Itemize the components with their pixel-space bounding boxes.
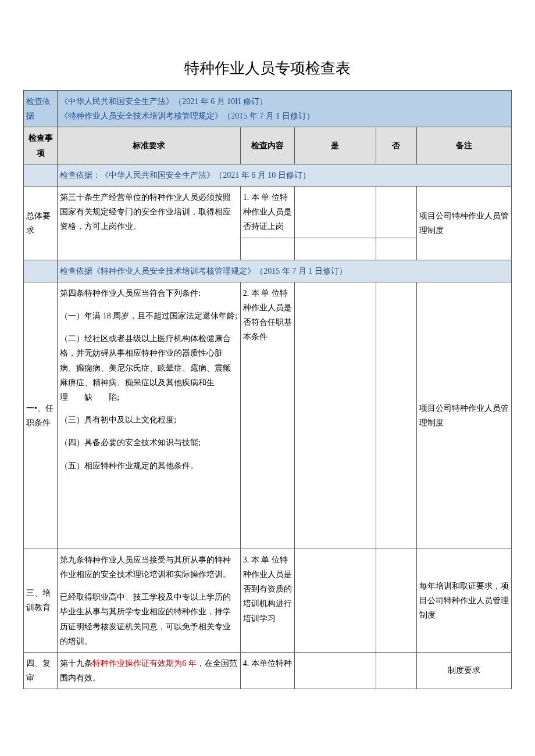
basis-text: 《中华人民共和国安全生产法》（2021 年 6 月 10H 修订） 《特种作业人… (58, 91, 512, 127)
row3-standard: 第九条特种作业人员应当接受与其所从事的特种作业相应的安全技术理论培训和实际操作培… (58, 549, 241, 652)
row2-note: 项目公司特种作业人员管理制度 (416, 282, 511, 549)
table-row: 四、复审 第十九条特种作业操作证有效期为6 年，在全国范围内有效。 4. 本单位… (24, 652, 512, 689)
basis-row: 检查依据 《中华人民共和国安全生产法》（2021 年 6 月 10H 修订） 《… (24, 91, 512, 127)
col-item: 检查事项 (24, 127, 58, 164)
row3-yes[interactable] (295, 549, 376, 652)
section-1-title: 检查依据：《中华人民共和国安全生产法》（2021 年 6 月 10 日修订） (58, 164, 512, 186)
row3-no[interactable] (376, 549, 416, 652)
row2-content: 2. 本 单 位特种作业人员是否符合任职基本条件 (240, 282, 294, 549)
row4-std-pre: 第十九条 (60, 659, 92, 668)
row1-yes[interactable] (295, 186, 376, 238)
row4-standard: 第十九条特种作业操作证有效期为6 年，在全国范围内有效。 (58, 652, 241, 689)
row4-no[interactable] (376, 652, 416, 689)
row3-item: 三、培训教育 (24, 549, 58, 652)
row2-std-p4: （三）具有初中及以上文化程度; (60, 413, 238, 427)
row2-std-p6: （五）相应特种作业规定的其他条件。 (60, 458, 238, 473)
row3-std-p2: 已经取得职业高中、技工学校及中专以上学历的毕业生从事与其所学专业相应的特种作业，… (60, 590, 238, 648)
row2-item: 一•、任职条件 (24, 282, 58, 549)
col-content: 检查内容 (240, 127, 294, 164)
table-row: 三、培训教育 第九条特种作业人员应当接受与其所从事的特种作业相应的安全技术理论培… (24, 549, 512, 652)
row1-content-extra (240, 238, 294, 260)
row4-yes[interactable] (295, 652, 376, 689)
row1-note: 项目公司特种作业人员管理制度 (416, 186, 511, 260)
row4-note: 制度要求 (416, 652, 511, 689)
row2-std-p2: （一）年满 18 周岁，且不超过国家法定退休年龄; (60, 309, 238, 323)
row3-note: 每年培训和取证要求，项目公司特种作业人员管理制度 (416, 549, 511, 652)
row2-std-p3: （二）经社区或者县级以上医疗机构体检健康合格，并无妨碍从事相应特种作业的器质性心… (60, 331, 238, 404)
col-note: 备注 (416, 127, 511, 164)
basis-label: 检查依据 (24, 91, 58, 127)
page-title: 特种作业人员专项检查表 (23, 58, 512, 78)
row1-standard: 第三十条生产经营单位的特种作业人员必须按照国家有关规定经专门的安全作业培训，取得… (58, 186, 241, 260)
column-header-row: 检查事项 标准要求 检查内容 是 否 备注 (24, 127, 512, 164)
row1-yes-extra[interactable] (295, 238, 376, 260)
row4-std-hl: 特种作业操作证有效期为6 年 (92, 659, 197, 668)
row1-item: 总体要求 (24, 186, 58, 260)
section-2-header: 检查依据《特种作业人员安全技术培训考核管理规定》（2015 年 7 月 1 日修… (24, 260, 512, 282)
row3-std-p1: 第九条特种作业人员应当接受与其所从事的特种作业相应的安全技术理论培训和实际操作培… (60, 553, 238, 582)
row2-std-p5: （四）具备必要的安全技术知识与技能; (60, 435, 238, 450)
row2-standard: 第四条特种作业人员应当符合下列条件: （一）年满 18 周岁，且不超过国家法定退… (58, 282, 241, 549)
section-2-spacer (24, 260, 58, 282)
inspection-table: 检查依据 《中华人民共和国安全生产法》（2021 年 6 月 10H 修订） 《… (23, 90, 512, 689)
section-1-spacer (24, 164, 58, 186)
row3-content: 3. 本 单 位特种作业人员是否到有资质的培训机构进行培训学习 (240, 549, 294, 652)
row2-std-p1: 第四条特种作业人员应当符合下列条件: (60, 286, 238, 300)
row1-content: 1. 本 单 位特种作业人员是否持证上岗 (240, 186, 294, 238)
section-2-title: 检查依据《特种作业人员安全技术培训考核管理规定》（2015 年 7 月 1 日修… (58, 260, 512, 282)
row4-item: 四、复审 (24, 652, 58, 689)
row1-no[interactable] (376, 186, 416, 238)
row1-no-extra[interactable] (376, 238, 416, 260)
row2-yes[interactable] (295, 282, 376, 549)
row2-no[interactable] (376, 282, 416, 549)
col-yes: 是 (295, 127, 376, 164)
col-no: 否 (376, 127, 416, 164)
table-row: 一•、任职条件 第四条特种作业人员应当符合下列条件: （一）年满 18 周岁，且… (24, 282, 512, 549)
table-row: 总体要求 第三十条生产经营单位的特种作业人员必须按照国家有关规定经专门的安全作业… (24, 186, 512, 238)
row4-content: 4. 本单位特种 (240, 652, 294, 689)
section-1-header: 检查依据：《中华人民共和国安全生产法》（2021 年 6 月 10 日修订） (24, 164, 512, 186)
col-standard: 标准要求 (58, 127, 241, 164)
